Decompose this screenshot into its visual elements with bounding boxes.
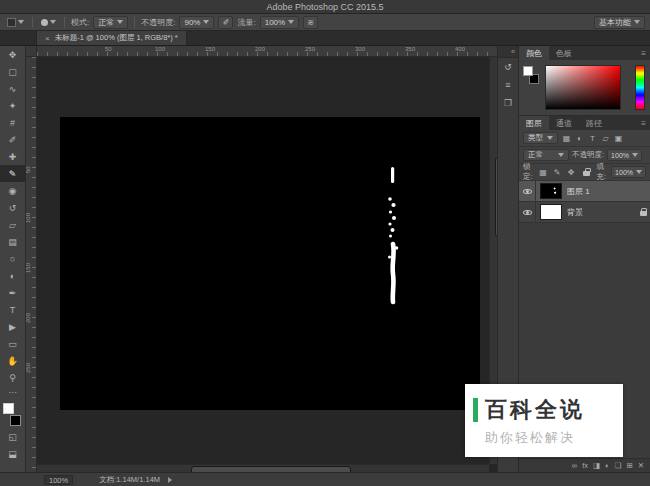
filter-smart-objects-icon[interactable]: ▣	[613, 134, 624, 143]
color-panel-tab-1[interactable]: 色板	[549, 46, 579, 60]
rectangular-marquee-tool[interactable]: ▢	[0, 63, 25, 80]
filter-shape-layers-icon[interactable]: ▱	[600, 134, 611, 143]
watermark-title-row: 百科全说	[465, 395, 623, 425]
color-panel-tab-0[interactable]: 颜色	[519, 46, 549, 60]
window-title: Adobe Photoshop CC 2015.5	[266, 2, 383, 12]
eyedropper-tool[interactable]: ✐	[0, 131, 25, 148]
layer-opacity-value: 100%	[611, 152, 629, 159]
ruler-number: 300	[355, 46, 365, 53]
eraser-tool[interactable]: ▱	[0, 216, 25, 233]
lock-transparent-pixels-icon[interactable]: ▦	[538, 168, 549, 177]
pressure-opacity-button[interactable]: ✐	[218, 16, 233, 29]
panel-color-swatches	[523, 66, 543, 90]
quick-mask-button[interactable]: ◱	[0, 428, 25, 445]
quick-selection-tool[interactable]: ✦	[0, 97, 25, 114]
color-field[interactable]	[545, 65, 621, 110]
filter-adjustment-layers-icon[interactable]: ◐	[574, 134, 585, 143]
tab-strip: 颜色色板	[519, 46, 579, 60]
opacity-select[interactable]: 90%	[179, 16, 214, 29]
divider	[64, 17, 65, 28]
layer-mask-icon[interactable]: ◨	[593, 462, 600, 470]
new-layer-icon[interactable]: ⊞	[626, 462, 632, 470]
ruler-number: 150	[205, 46, 215, 53]
layer-filter-kind-select[interactable]: 类型	[523, 132, 558, 144]
status-flyout-icon[interactable]	[168, 477, 172, 483]
layer-visibility-toggle[interactable]	[519, 181, 536, 201]
layers-panel-tab-0[interactable]: 图层	[519, 116, 549, 130]
history-panel-icon[interactable]: ↺	[498, 58, 518, 76]
layers-panel-tab-2[interactable]: 路径	[579, 116, 609, 130]
layer-thumbnail	[540, 183, 562, 199]
opacity-value: 90%	[184, 18, 200, 27]
layer-row[interactable]: 背景	[519, 202, 650, 223]
blend-mode-select[interactable]: 正常	[93, 16, 128, 29]
panel-foreground-swatch[interactable]	[523, 66, 533, 76]
link-layers-icon[interactable]: ∞	[572, 462, 577, 470]
flow-select[interactable]: 100%	[260, 16, 299, 29]
document-canvas[interactable]	[60, 117, 480, 410]
foreground-color-swatch[interactable]	[3, 403, 14, 414]
layer-effects-icon[interactable]: fx	[582, 462, 588, 470]
workspace-switcher[interactable]: 基本功能	[594, 16, 645, 29]
dodge-tool[interactable]: ◐	[0, 267, 25, 284]
ruler-number: 250	[26, 363, 32, 373]
hue-slider[interactable]	[635, 65, 645, 110]
opacity-label: 不透明度:	[141, 17, 175, 28]
type-tool[interactable]: T	[0, 301, 25, 318]
libraries-panel-icon[interactable]: ❐	[498, 94, 518, 112]
layers-panel-tab-1[interactable]: 通道	[549, 116, 579, 130]
ruler-number: 50	[26, 166, 32, 173]
watermark-title: 百科全说	[485, 395, 585, 425]
clone-stamp-tool[interactable]: ◉	[0, 182, 25, 199]
zoom-level-field[interactable]: 100%	[44, 475, 73, 485]
crop-tool[interactable]: #	[0, 114, 25, 131]
chevron-down-icon	[558, 153, 564, 157]
properties-panel-icon[interactable]: ≡	[498, 76, 518, 94]
tool-preset-picker[interactable]	[5, 17, 26, 28]
panel-menu-icon[interactable]: ≡	[641, 46, 650, 60]
document-tab[interactable]: × 未标题-1 @ 100% (图层 1, RGB/8*) *	[36, 31, 187, 45]
layers-panel-footer: ∞fx◨◐❑⊞✕	[519, 458, 650, 472]
path-selection-tool[interactable]: ▶	[0, 318, 25, 335]
layer-row[interactable]: 图层 1	[519, 181, 650, 202]
edit-toolbar-button[interactable]: ⋯	[0, 386, 25, 399]
horizontal-scrollbar[interactable]	[37, 464, 489, 472]
adjustment-layer-icon[interactable]: ◐	[605, 462, 610, 470]
close-icon[interactable]: ×	[45, 34, 50, 43]
layer-visibility-toggle[interactable]	[519, 202, 536, 222]
filter-pixel-layers-icon[interactable]: ▦	[561, 134, 572, 143]
delete-layer-icon[interactable]: ✕	[638, 462, 644, 470]
lock-position-icon[interactable]: ✥	[566, 168, 577, 177]
lasso-tool[interactable]: ∿	[0, 80, 25, 97]
background-color-swatch[interactable]	[10, 415, 21, 426]
shape-tool[interactable]: ▭	[0, 335, 25, 352]
filter-type-layers-icon[interactable]: T	[587, 134, 598, 143]
expand-panels-button[interactable]: «	[498, 46, 518, 58]
airbrush-button[interactable]: ≋	[303, 16, 318, 29]
layer-fill-select[interactable]: 100%	[611, 166, 646, 178]
move-tool[interactable]: ✥	[0, 46, 25, 63]
divider	[134, 17, 135, 28]
ruler-number: 150	[26, 263, 32, 273]
brush-preset-picker[interactable]	[39, 18, 58, 27]
panel-menu-icon[interactable]: ≡	[641, 116, 650, 130]
layer-blend-mode-select[interactable]: 正常	[523, 149, 569, 161]
pen-tool[interactable]: ✒	[0, 284, 25, 301]
lock-all-icon[interactable]	[580, 166, 594, 178]
lock-image-pixels-icon[interactable]: ✎	[552, 168, 563, 177]
history-brush-tool[interactable]: ↺	[0, 199, 25, 216]
fill-label: 填充:	[597, 162, 609, 182]
spot-healing-brush-tool[interactable]: ✚	[0, 148, 25, 165]
chevron-down-icon	[634, 20, 640, 24]
brush-tool[interactable]: ✎	[0, 165, 25, 182]
flow-label: 流量:	[237, 17, 255, 28]
zoom-tool[interactable]: ⚲	[0, 369, 25, 386]
layer-opacity-select[interactable]: 100%	[607, 149, 642, 161]
layer-lock-row: 锁定: ▦✎✥ 填充: 100%	[519, 164, 650, 181]
blur-tool[interactable]: ○	[0, 250, 25, 267]
gradient-tool[interactable]: ▤	[0, 233, 25, 250]
screen-mode-button[interactable]: ⬓	[0, 445, 25, 462]
flow-value: 100%	[265, 18, 285, 27]
layer-group-icon[interactable]: ❑	[615, 462, 622, 470]
hand-tool[interactable]: ✋	[0, 352, 25, 369]
